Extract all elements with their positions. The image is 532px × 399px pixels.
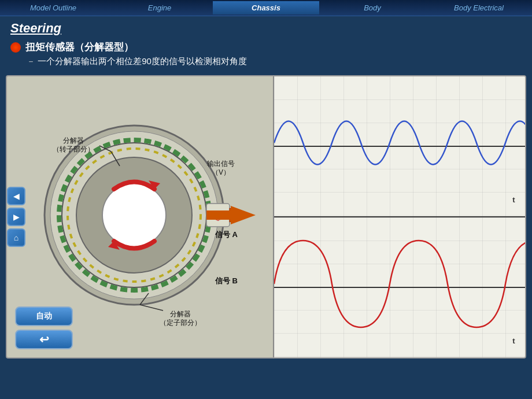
navigation-bar: Model Outline Engine Chassis Body Body E… (0, 0, 532, 16)
bullet-main-text: 扭矩传感器（分解器型） (25, 40, 134, 54)
svg-text:（转子部分）: （转子部分） (53, 145, 94, 153)
svg-line-12 (140, 305, 163, 311)
nav-body-electrical[interactable]: Body Electrical (426, 1, 532, 14)
bullet-icon (10, 42, 21, 53)
nav-body[interactable]: Body (319, 1, 426, 14)
auto-button[interactable]: 自动 (15, 306, 73, 326)
t-label-bottom: t (512, 337, 515, 345)
page-title: Steering (0, 16, 532, 38)
nav-model-outline[interactable]: Model Outline (0, 1, 106, 14)
resolver-stator-label: 分解器 (170, 310, 191, 318)
signal-b-label: 信号 B (215, 276, 238, 285)
nav-prev-button[interactable]: ◀ (7, 187, 25, 205)
diagram-container: ◀ ▶ ⌂ (6, 75, 526, 359)
nav-home-button[interactable]: ⌂ (7, 228, 25, 247)
graph-b-svg: t (274, 217, 525, 357)
graph-bottom: t (274, 217, 525, 357)
bullet-main: 扭矩传感器（分解器型） (10, 40, 522, 54)
nav-engine[interactable]: Engine (106, 1, 213, 14)
svg-rect-15 (206, 210, 231, 220)
svg-text:（定子部分）: （定子部分） (160, 319, 201, 327)
signal-a-label: 信号 A (215, 230, 238, 239)
t-label-top: t (512, 195, 515, 204)
svg-point-6 (102, 183, 166, 247)
back-button[interactable]: ↩ (15, 330, 73, 349)
right-panel: t t (273, 76, 525, 357)
resolver-rotor-label: 分解器 (63, 136, 84, 145)
graph-a-svg: t (274, 76, 525, 216)
graph-top: t (274, 76, 525, 217)
sub-bullet: 一个分解器输出两个相位差90度的信号以检测相对角度 (10, 56, 522, 67)
output-signal-label: 输出信号 (207, 160, 235, 168)
nav-next-button[interactable]: ▶ (7, 208, 25, 226)
svg-text:（V）: （V） (212, 168, 230, 176)
svg-marker-16 (231, 206, 256, 224)
nav-chassis[interactable]: Chassis (213, 1, 319, 14)
content-area: 扭矩传感器（分解器型） 一个分解器输出两个相位差90度的信号以检测相对角度 (0, 38, 532, 72)
bottom-buttons: 自动 ↩ (15, 306, 73, 349)
